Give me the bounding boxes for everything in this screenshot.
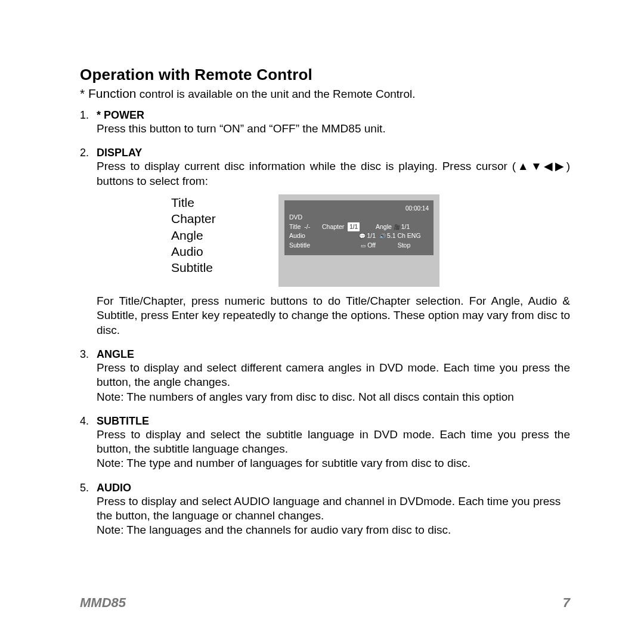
page-footer: MMD85 7 bbox=[80, 595, 570, 611]
display-option: Angle bbox=[171, 227, 278, 243]
osd-audio-val: 5.1 Ch ENG bbox=[387, 232, 421, 239]
section-heading: 4.SUBTITLE bbox=[80, 415, 570, 428]
osd-chapter-label: Chapter bbox=[322, 223, 344, 230]
osd-angle-label: Angle bbox=[376, 223, 392, 230]
page-title: Operation with Remote Control bbox=[80, 66, 570, 84]
display-option: Chapter bbox=[171, 210, 278, 227]
section-body: Press to display and select different ca… bbox=[80, 361, 570, 404]
osd-status: Stop bbox=[379, 241, 429, 250]
section-heading: 1.* POWER bbox=[80, 109, 570, 122]
section-number: 2. bbox=[80, 147, 97, 159]
display-option: Title bbox=[171, 194, 278, 210]
osd-title-label: Title bbox=[289, 223, 301, 230]
section-name: AUDIO bbox=[97, 482, 131, 494]
section-number: 3. bbox=[80, 348, 97, 361]
osd-time: 00:00:14 bbox=[289, 204, 429, 213]
cursor-arrows-icon: ▲▼◀▶ bbox=[516, 160, 566, 172]
speaker-icon: 🔊 bbox=[379, 233, 386, 239]
manual-page: Operation with Remote Control * Function… bbox=[0, 0, 644, 644]
footer-model: MMD85 bbox=[80, 595, 126, 611]
section-name: * POWER bbox=[97, 109, 144, 121]
section-name: SUBTITLE bbox=[97, 415, 149, 427]
osd-screenshot: 00:00:14 DVD Title -/- Chapter 1/1 Angle… bbox=[278, 194, 439, 287]
footer-page-number: 7 bbox=[563, 595, 570, 611]
section-number: 5. bbox=[80, 482, 97, 494]
section-body: Press to display and select the subtitle… bbox=[80, 428, 570, 471]
section-angle: 3.ANGLE Press to display and select diff… bbox=[80, 348, 570, 404]
section-body: Press this button to turn “ON” and “OFF”… bbox=[80, 122, 570, 136]
section-display: 2.DISPLAY Press to display current disc … bbox=[80, 147, 570, 338]
display-option-list: Title Chapter Angle Audio Subtitle bbox=[97, 194, 278, 275]
osd-audio-label: Audio bbox=[289, 231, 322, 241]
section-name: ANGLE bbox=[97, 348, 134, 360]
speech-icon: 💬 bbox=[359, 233, 366, 239]
osd-audio-icon-val: 1/1 bbox=[367, 232, 376, 239]
osd-subtitle-val: Off bbox=[367, 242, 376, 249]
intro-rest: control is available on the unit and the… bbox=[137, 88, 416, 100]
camera-icon: 🎥 bbox=[394, 224, 400, 230]
section-heading: 5.AUDIO bbox=[80, 482, 570, 494]
section-power: 1.* POWER Press this button to turn “ON”… bbox=[80, 109, 570, 136]
osd-panel: 00:00:14 DVD Title -/- Chapter 1/1 Angle… bbox=[284, 200, 434, 255]
intro-line: * Function control is available on the u… bbox=[80, 86, 570, 101]
section-body: Press to display and select AUDIO langua… bbox=[80, 494, 570, 538]
section-name: DISPLAY bbox=[97, 147, 142, 159]
display-option: Subtitle bbox=[171, 259, 278, 275]
display-body-after: For Title/Chapter, press numeric buttons… bbox=[80, 294, 570, 338]
display-detail-row: Title Chapter Angle Audio Subtitle 00:00… bbox=[80, 194, 570, 287]
section-subtitle: 4.SUBTITLE Press to display and select t… bbox=[80, 415, 570, 471]
osd-dvd-label: DVD bbox=[289, 213, 322, 222]
osd-subtitle-label: Subtitle bbox=[289, 241, 322, 250]
display-body-pre: Press to display current disc informatio… bbox=[97, 160, 516, 172]
display-option: Audio bbox=[171, 243, 278, 259]
osd-angle-val: 1/1 bbox=[401, 223, 410, 230]
section-heading: 2.DISPLAY bbox=[80, 147, 570, 159]
section-list: 1.* POWER Press this button to turn “ON”… bbox=[80, 109, 570, 538]
section-number: 4. bbox=[80, 415, 97, 428]
section-audio: 5.AUDIO Press to display and select AUDI… bbox=[80, 482, 570, 538]
osd-title-val: -/- bbox=[304, 223, 310, 230]
osd-chapter-val: 1/1 bbox=[348, 222, 360, 231]
intro-prefix: * Function bbox=[80, 86, 137, 100]
section-number: 1. bbox=[80, 109, 97, 122]
subtitle-icon: ▭ bbox=[361, 243, 366, 249]
section-heading: 3.ANGLE bbox=[80, 348, 570, 361]
section-body: Press to display current disc informatio… bbox=[80, 159, 570, 188]
